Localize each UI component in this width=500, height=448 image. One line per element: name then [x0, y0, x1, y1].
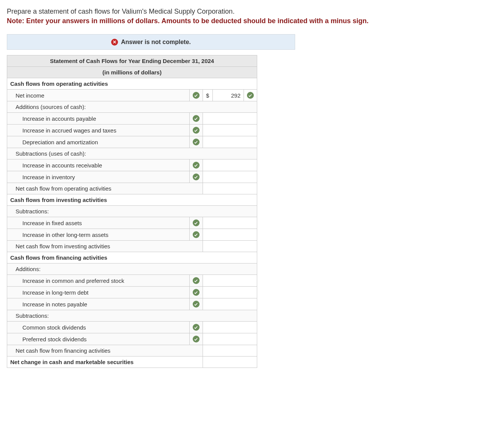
check-icon — [193, 162, 200, 169]
value-input[interactable] — [212, 357, 257, 368]
subtractions-header: Subtractions: — [7, 206, 257, 217]
value-input[interactable] — [203, 159, 257, 171]
table-row: Net income $ 292 — [7, 90, 257, 101]
label-check — [189, 298, 203, 310]
row-label[interactable]: Increase in fixed assets — [7, 217, 190, 229]
additions-header: Additions: — [7, 263, 257, 275]
value-input[interactable] — [203, 125, 257, 136]
check-icon — [193, 277, 200, 284]
value-input[interactable] — [212, 241, 257, 252]
value-input[interactable] — [203, 322, 257, 333]
value-input[interactable] — [203, 333, 257, 345]
value-input[interactable] — [203, 229, 257, 241]
row-label[interactable]: Increase in accrued wages and taxes — [7, 125, 190, 136]
label-check — [189, 171, 203, 183]
table-row: Increase in accounts receivable — [7, 159, 257, 171]
currency-cell: $ — [203, 90, 212, 101]
check-icon — [193, 289, 200, 296]
table-row: Common stock dividends — [7, 322, 257, 333]
row-label[interactable]: Increase in accounts payable — [7, 113, 190, 125]
x-icon: ✕ — [111, 39, 118, 46]
check-icon — [193, 301, 200, 308]
table-row: Increase in other long-term assets — [7, 229, 257, 241]
label-check — [189, 159, 203, 171]
row-label[interactable]: Common stock dividends — [7, 322, 190, 333]
answer-status-banner: ✕ Answer is not complete. — [7, 34, 295, 50]
label-check — [189, 333, 203, 345]
value-input[interactable] — [212, 345, 257, 357]
row-label[interactable]: Depreciation and amortization — [7, 136, 190, 148]
table-row: Net cash flow from investing activities — [7, 241, 257, 252]
check-icon — [193, 139, 200, 145]
currency-cell — [203, 357, 212, 368]
currency-cell — [203, 241, 212, 252]
value-check — [244, 90, 257, 101]
table-row: Increase in long-term debt — [7, 287, 257, 298]
currency-cell — [203, 183, 212, 194]
instructions: Prepare a statement of cash flows for Va… — [7, 7, 493, 26]
table-row: Net cash flow from operating activities — [7, 183, 257, 194]
check-icon — [247, 92, 254, 99]
label-check — [189, 229, 203, 241]
banner-text: Answer is not complete. — [121, 39, 191, 46]
table-row: Depreciation and amortization — [7, 136, 257, 148]
subtractions-header: Subtractions (uses of cash): — [7, 148, 257, 159]
net-change-label: Net change in cash and marketable securi… — [7, 357, 203, 368]
label-check — [189, 90, 203, 101]
row-label[interactable]: Increase in notes payable — [7, 298, 190, 310]
label-check — [189, 125, 203, 136]
statement-title: Statement of Cash Flows for Year Ending … — [7, 55, 257, 67]
label-check — [189, 113, 203, 125]
value-input[interactable]: 292 — [212, 90, 244, 101]
additions-header: Additions (sources of cash): — [7, 101, 257, 113]
table-row: Preferred stock dividends — [7, 333, 257, 345]
instruction-line: Prepare a statement of cash flows for Va… — [7, 7, 493, 16]
net-financing-label: Net cash flow from financing activities — [7, 345, 203, 357]
row-label[interactable]: Preferred stock dividends — [7, 333, 190, 345]
net-operating-label: Net cash flow from operating activities — [7, 183, 203, 194]
check-icon — [193, 231, 200, 238]
value-input[interactable] — [203, 287, 257, 298]
table-row: Increase in accounts payable — [7, 113, 257, 125]
row-label[interactable]: Net income — [7, 90, 190, 101]
row-label[interactable]: Increase in common and preferred stock — [7, 275, 190, 287]
currency-cell — [203, 345, 212, 357]
instruction-note: Note: Enter your answers in millions of … — [7, 16, 493, 26]
table-row: Net cash flow from financing activities — [7, 345, 257, 357]
investing-header: Cash flows from investing activities — [7, 194, 257, 206]
label-check — [189, 136, 203, 148]
row-label[interactable]: Increase in long-term debt — [7, 287, 190, 298]
row-label[interactable]: Increase in accounts receivable — [7, 159, 190, 171]
value-input[interactable] — [203, 136, 257, 148]
value-input[interactable] — [203, 217, 257, 229]
value-input[interactable] — [203, 113, 257, 125]
table-row: Net change in cash and marketable securi… — [7, 357, 257, 368]
label-check — [189, 287, 203, 298]
label-check — [189, 275, 203, 287]
table-row: Increase in inventory — [7, 171, 257, 183]
label-check — [189, 322, 203, 333]
row-label[interactable]: Increase in other long-term assets — [7, 229, 190, 241]
check-icon — [193, 336, 200, 342]
value-input[interactable] — [212, 183, 257, 194]
table-row: Increase in notes payable — [7, 298, 257, 310]
table-row: Increase in common and preferred stock — [7, 275, 257, 287]
label-check — [189, 217, 203, 229]
value-input[interactable] — [203, 171, 257, 183]
check-icon — [193, 127, 200, 134]
check-icon — [193, 219, 200, 226]
table-row: Increase in fixed assets — [7, 217, 257, 229]
check-icon — [193, 92, 200, 99]
cash-flow-statement-table: Statement of Cash Flows for Year Ending … — [7, 55, 257, 368]
value-input[interactable] — [203, 298, 257, 310]
table-row: Increase in accrued wages and taxes — [7, 125, 257, 136]
check-icon — [193, 174, 200, 180]
operating-header: Cash flows from operating activities — [7, 78, 257, 90]
row-label[interactable]: Increase in inventory — [7, 171, 190, 183]
financing-header: Cash flows from financing activities — [7, 252, 257, 263]
net-investing-label: Net cash flow from investing activities — [7, 241, 203, 252]
check-icon — [193, 324, 200, 331]
statement-subtitle: (in millions of dollars) — [7, 67, 257, 78]
value-input[interactable] — [203, 275, 257, 287]
subtractions-header: Subtractions: — [7, 310, 257, 322]
